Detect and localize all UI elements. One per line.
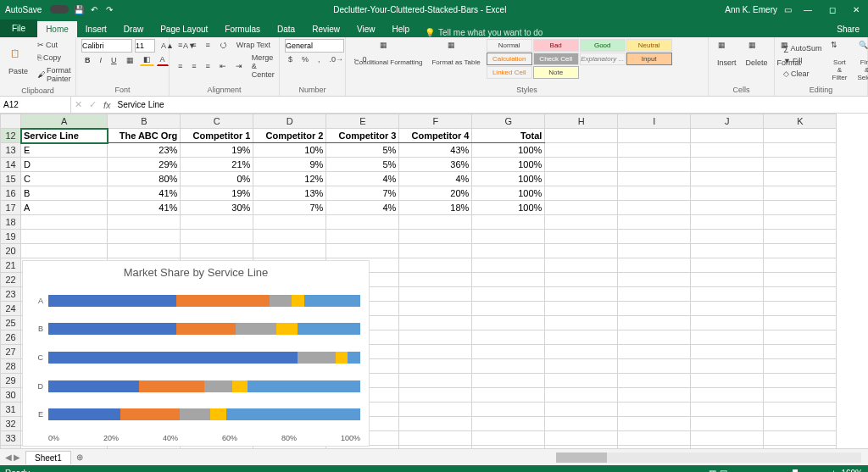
cell[interactable] — [181, 215, 253, 230]
cell[interactable] — [545, 244, 618, 258]
cell[interactable]: 21% — [181, 158, 253, 172]
cell[interactable] — [326, 230, 399, 244]
cell[interactable] — [545, 388, 618, 403]
cell[interactable] — [691, 330, 764, 345]
row-header[interactable]: 32 — [1, 417, 21, 431]
clear[interactable]: ◇Clear — [780, 68, 825, 80]
border-button[interactable]: ▦ — [123, 54, 137, 66]
cell[interactable] — [253, 230, 326, 244]
cell[interactable] — [545, 201, 618, 215]
cell[interactable]: 100% — [472, 158, 545, 172]
cell[interactable] — [399, 215, 472, 230]
cell[interactable]: 9% — [253, 158, 326, 172]
col-header[interactable]: H — [545, 114, 618, 129]
cell[interactable] — [764, 374, 837, 388]
cell[interactable]: The ABC Org — [108, 129, 181, 143]
close-button[interactable]: ✕ — [848, 5, 865, 14]
cell[interactable] — [691, 302, 764, 316]
cell[interactable] — [399, 316, 472, 330]
format-painter-button[interactable]: 🖌Format Painter — [34, 64, 75, 85]
row-header[interactable]: 14 — [1, 158, 21, 172]
cell[interactable] — [472, 244, 545, 258]
col-header[interactable]: B — [108, 114, 181, 129]
orientation[interactable]: ⭯ — [216, 39, 231, 51]
cell[interactable] — [472, 287, 545, 302]
cell[interactable] — [618, 388, 691, 403]
file-tab[interactable]: File — [0, 19, 37, 37]
cut-button[interactable]: ✂Cut — [34, 39, 75, 51]
number-format[interactable] — [285, 39, 344, 53]
tab-page-layout[interactable]: Page Layout — [152, 21, 216, 37]
zoom-out[interactable]: − — [748, 469, 754, 473]
cell[interactable] — [472, 374, 545, 388]
cell[interactable] — [472, 359, 545, 374]
sheet-tab[interactable]: Sheet1 — [25, 451, 71, 464]
row-header[interactable]: 27 — [1, 345, 21, 359]
cell[interactable] — [764, 172, 837, 186]
redo-icon[interactable]: ↷ — [104, 4, 114, 14]
row-header[interactable]: 12 — [1, 129, 21, 143]
cell[interactable] — [618, 158, 691, 172]
cell[interactable] — [399, 330, 472, 345]
tab-scroll-left[interactable]: ◀ — [5, 453, 12, 462]
cell[interactable] — [764, 316, 837, 330]
cell[interactable] — [108, 230, 181, 244]
cell[interactable] — [545, 230, 618, 244]
cell[interactable] — [764, 417, 837, 431]
percent[interactable]: % — [298, 53, 312, 65]
style-normal[interactable]: Normal — [487, 39, 532, 52]
tab-draw[interactable]: Draw — [115, 21, 152, 37]
cell[interactable] — [472, 302, 545, 316]
cell[interactable]: 41% — [108, 201, 181, 215]
cell[interactable] — [472, 330, 545, 345]
col-header[interactable]: C — [181, 114, 253, 129]
cell[interactable] — [472, 230, 545, 244]
cell[interactable]: C — [21, 172, 108, 186]
cell[interactable]: 19% — [181, 186, 253, 201]
cell[interactable] — [472, 316, 545, 330]
cell[interactable] — [691, 374, 764, 388]
cell[interactable]: 4% — [326, 172, 399, 186]
cell[interactable]: 18% — [399, 201, 472, 215]
cell[interactable] — [764, 273, 837, 287]
autosave-switch[interactable] — [50, 5, 69, 14]
share-button[interactable]: Share — [828, 21, 868, 37]
row-header[interactable]: 25 — [1, 316, 21, 330]
cell[interactable] — [472, 258, 545, 273]
cell[interactable] — [545, 186, 618, 201]
cell[interactable] — [618, 230, 691, 244]
tab-data[interactable]: Data — [269, 21, 303, 37]
col-header[interactable]: E — [326, 114, 399, 129]
row-header[interactable]: 34 — [1, 446, 21, 449]
cell[interactable] — [472, 446, 545, 449]
minimize-button[interactable]: — — [798, 5, 817, 14]
cell[interactable]: Competitor 2 — [253, 129, 326, 143]
cell[interactable] — [691, 186, 764, 201]
style-input[interactable]: Input — [626, 53, 672, 65]
row-header[interactable]: 16 — [1, 186, 21, 201]
cell[interactable]: Total — [472, 129, 545, 143]
underline-button[interactable]: U — [108, 54, 120, 66]
cell[interactable] — [764, 287, 837, 302]
cell[interactable] — [472, 431, 545, 446]
name-box[interactable] — [3, 100, 67, 109]
cell[interactable] — [691, 316, 764, 330]
merge-center[interactable]: Merge & Center — [248, 52, 278, 81]
cell[interactable]: B — [21, 186, 108, 201]
cell[interactable]: 5% — [326, 143, 399, 158]
cell[interactable]: A — [21, 201, 108, 215]
align-middle[interactable]: ≡ — [188, 39, 199, 51]
cell[interactable] — [399, 431, 472, 446]
cell[interactable] — [691, 388, 764, 403]
cell[interactable]: 36% — [399, 158, 472, 172]
currency[interactable]: $ — [285, 53, 296, 65]
style-checkcell[interactable]: Check Cell — [533, 53, 579, 65]
row-header[interactable]: 15 — [1, 172, 21, 186]
cell[interactable] — [545, 403, 618, 417]
inc-decimal[interactable]: .0→ — [326, 53, 348, 65]
cell[interactable] — [545, 258, 618, 273]
tab-home[interactable]: Home — [37, 21, 77, 37]
cell[interactable] — [21, 215, 108, 230]
row-header[interactable]: 29 — [1, 374, 21, 388]
tab-review[interactable]: Review — [303, 21, 348, 37]
